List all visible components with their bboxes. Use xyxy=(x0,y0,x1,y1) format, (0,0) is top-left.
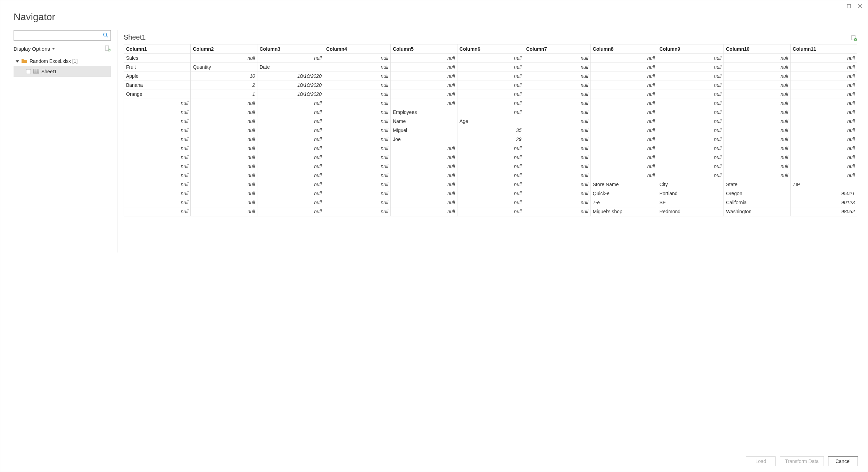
table-cell: null xyxy=(457,90,524,99)
table-cell: null xyxy=(791,53,857,63)
column-header[interactable]: Column4 xyxy=(324,44,391,53)
table-cell: Date xyxy=(257,63,324,72)
table-row[interactable]: nullnullnullnullEmployeesnullnullnullnul… xyxy=(124,108,857,117)
column-header[interactable]: Column3 xyxy=(257,44,324,53)
table-cell: null xyxy=(124,189,191,198)
table-row[interactable]: FruitQuantityDatenullnullnullnullnullnul… xyxy=(124,63,857,72)
table-cell: null xyxy=(791,144,857,153)
table-cell: null xyxy=(657,81,724,90)
table-cell: null xyxy=(257,135,324,144)
column-header[interactable]: Column11 xyxy=(791,44,857,53)
preview-grid-wrap[interactable]: Column1Column2Column3Column4Column5Colum… xyxy=(124,44,857,216)
table-cell: null xyxy=(257,99,324,108)
table-row[interactable]: Orange110/10/2020nullnullnullnullnullnul… xyxy=(124,90,857,99)
close-button[interactable] xyxy=(855,2,865,10)
transform-data-button[interactable]: Transform Data xyxy=(780,456,824,466)
footer: Load Transform Data Cancel xyxy=(0,451,868,472)
table-cell: null xyxy=(590,53,657,63)
table-row[interactable]: nullnullnullnullJoe29nullnullnullnullnul… xyxy=(124,135,857,144)
table-cell: null xyxy=(390,99,457,108)
display-options-dropdown[interactable]: Display Options xyxy=(14,46,55,52)
column-header[interactable]: Column1 xyxy=(124,44,191,53)
table-row[interactable]: nullnullnullnullnullnullnullnullnullnull… xyxy=(124,153,857,162)
table-cell: null xyxy=(390,90,457,99)
table-cell: null xyxy=(590,162,657,171)
table-cell: null xyxy=(457,198,524,207)
table-cell: null xyxy=(257,126,324,135)
column-header[interactable]: Column10 xyxy=(724,44,791,53)
table-row[interactable]: nullnullnullnullnullnullnullnullnullnull… xyxy=(124,144,857,153)
table-row[interactable]: Apple1010/10/2020nullnullnullnullnullnul… xyxy=(124,72,857,81)
checkbox[interactable] xyxy=(26,69,31,74)
table-cell: null xyxy=(524,90,590,99)
table-icon xyxy=(33,69,39,75)
table-cell: null xyxy=(457,153,524,162)
table-cell: Apple xyxy=(124,72,191,81)
table-row[interactable]: nullnullnullnullnullnullnullnullnullnull… xyxy=(124,99,857,108)
refresh-tree-button[interactable] xyxy=(105,45,111,52)
table-cell: null xyxy=(324,53,391,63)
table-cell: 10/10/2020 xyxy=(257,81,324,90)
column-header[interactable]: Column5 xyxy=(390,44,457,53)
table-row[interactable]: Banana210/10/2020nullnullnullnullnullnul… xyxy=(124,81,857,90)
table-cell: null xyxy=(590,63,657,72)
column-header[interactable]: Column9 xyxy=(657,44,724,53)
search-box[interactable] xyxy=(14,30,111,41)
table-cell: null xyxy=(457,171,524,180)
table-row[interactable]: nullnullnullnullnullnullnull7-eSFCalifor… xyxy=(124,198,857,207)
table-cell: Age xyxy=(457,117,524,126)
table-row[interactable]: nullnullnullnullnullnullnullMiguel's sho… xyxy=(124,207,857,216)
left-pane: Display Options xyxy=(14,30,111,451)
table-cell: null xyxy=(590,81,657,90)
table-row[interactable]: nullnullnullnullMiguel35nullnullnullnull… xyxy=(124,126,857,135)
table-cell: ZIP xyxy=(791,180,857,189)
load-button[interactable]: Load xyxy=(746,456,776,466)
column-header[interactable]: Column2 xyxy=(191,44,257,53)
table-cell: null xyxy=(791,72,857,81)
table-row[interactable]: Salesnullnullnullnullnullnullnullnullnul… xyxy=(124,53,857,63)
table-row[interactable]: nullnullnullnullnullnullnullStore NameCi… xyxy=(124,180,857,189)
table-cell: null xyxy=(257,207,324,216)
column-header[interactable]: Column6 xyxy=(457,44,524,53)
table-cell: null xyxy=(657,117,724,126)
cancel-button[interactable]: Cancel xyxy=(828,456,858,466)
table-cell: Portland xyxy=(657,189,724,198)
table-cell: null xyxy=(724,81,791,90)
table-row[interactable]: nullnullnullnullnullnullnullnullnullnull… xyxy=(124,162,857,171)
table-cell: Washington xyxy=(724,207,791,216)
column-header[interactable]: Column8 xyxy=(590,44,657,53)
chevron-down-icon xyxy=(52,48,55,50)
header: Navigator xyxy=(0,11,868,26)
table-cell: City xyxy=(657,180,724,189)
table-cell: null xyxy=(257,144,324,153)
search-input[interactable] xyxy=(16,32,103,39)
table-row[interactable]: nullnullnullnullnullnullnullQuick-ePortl… xyxy=(124,189,857,198)
column-header[interactable]: Column7 xyxy=(524,44,590,53)
table-cell: State xyxy=(724,180,791,189)
table-cell: null xyxy=(457,108,524,117)
table-cell: null xyxy=(657,72,724,81)
display-options-row: Display Options xyxy=(14,43,111,54)
tree-item-sheet1[interactable]: Sheet1 xyxy=(14,66,111,77)
table-cell: null xyxy=(590,108,657,117)
table-cell: null xyxy=(724,72,791,81)
table-cell: null xyxy=(590,72,657,81)
table-cell: null xyxy=(324,99,391,108)
table-cell: null xyxy=(724,99,791,108)
table-cell: null xyxy=(191,198,257,207)
maximize-button[interactable] xyxy=(844,2,854,10)
table-row[interactable]: nullnullnullnullNameAgenullnullnullnulln… xyxy=(124,117,857,126)
table-cell: null xyxy=(590,126,657,135)
table-cell: null xyxy=(590,90,657,99)
table-row[interactable]: nullnullnullnullnullnullnullnullnullnull… xyxy=(124,171,857,180)
table-cell: null xyxy=(324,72,391,81)
table-cell: null xyxy=(524,189,590,198)
table-cell: Quantity xyxy=(191,63,257,72)
table-cell: null xyxy=(657,90,724,99)
refresh-preview-button[interactable] xyxy=(851,35,857,41)
table-cell: null xyxy=(791,126,857,135)
tree-item-root[interactable]: Random Excel.xlsx [1] xyxy=(14,56,111,66)
table-cell: null xyxy=(791,153,857,162)
table-cell: null xyxy=(124,180,191,189)
table-cell: null xyxy=(791,81,857,90)
